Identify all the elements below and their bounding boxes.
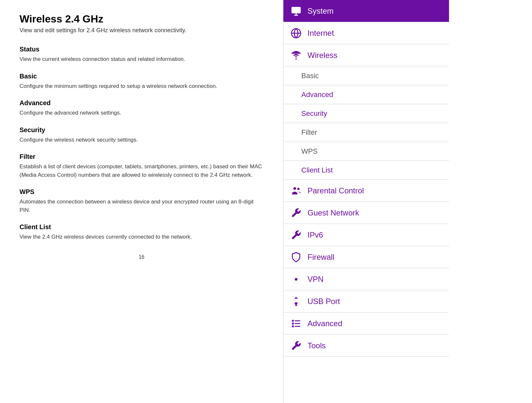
section-filter: Filter Establish a list of client device… [20,153,264,179]
page-subtitle: View and edit settings for 2.4 GHz wirel… [20,27,264,34]
sidebar-item-advanced-w[interactable]: Advanced [283,85,449,104]
section-basic: Basic Configure the minimum settings req… [20,73,264,90]
list-icon [290,317,302,330]
main-content: Wireless 2.4 GHz View and edit settings … [0,0,283,403]
parental-icon [290,185,302,197]
shield-icon [290,251,302,263]
section-title: Client List [20,223,264,231]
section-title: Basic [20,73,264,80]
section-title: WPS [20,188,264,196]
section-desc: Configure the wireless network security … [20,136,264,144]
page-number: 16 [20,254,264,260]
sidebar-item-guestnet[interactable]: Guest Network [283,202,449,224]
sidebar-container: SystemInternetWirelessBasicAdvancedSecur… [283,0,449,357]
sidebar-label-usbport: USB Port [307,297,340,306]
sidebar-label-system: System [307,7,334,16]
svg-rect-0 [292,7,301,13]
sidebar-item-internet[interactable]: Internet [283,22,449,44]
tools-icon [290,340,302,352]
section-client-list: Client List View the 2.4 GHz wireless de… [20,223,264,241]
section-desc: Establish a list of client devices (comp… [20,162,264,179]
sidebar-item-vpn[interactable]: VPN [283,268,449,290]
sidebar-label-security-w: Security [301,109,327,118]
sidebar-item-filter[interactable]: Filter [283,123,449,142]
globe-icon [290,27,302,39]
sidebar-label-ipv6: IPv6 [307,230,323,240]
sidebar-item-ipv6[interactable]: IPv6 [283,224,449,246]
section-title: Security [20,126,264,134]
sidebar-item-basic[interactable]: Basic [283,66,449,85]
sidebar-label-basic: Basic [301,72,319,80]
section-wps: WPS Automates the connection between a w… [20,188,264,214]
section-security: Security Configure the wireless network … [20,126,264,144]
sidebar-item-security-w[interactable]: Security [283,104,449,123]
sidebar-item-clientlist[interactable]: Client List [283,161,449,180]
svg-point-8 [295,278,298,281]
sidebar-label-firewall: Firewall [307,253,334,262]
section-desc: View the current wireless connection sta… [20,55,264,63]
sidebar-label-internet: Internet [307,29,334,38]
svg-rect-12 [292,325,294,327]
section-title: Advanced [20,99,264,107]
sidebar-label-wireless: Wireless [307,51,337,60]
svg-rect-11 [292,323,294,325]
usb-icon [290,295,302,308]
svg-point-7 [297,188,300,190]
sidebar-item-usbport[interactable]: USB Port [283,290,449,313]
section-title: Filter [20,153,264,160]
section-status: Status View the current wireless connect… [20,46,264,63]
page-title: Wireless 2.4 GHz [20,13,264,25]
sidebar-label-advanced-w: Advanced [301,90,333,99]
sidebar-label-filter: Filter [301,128,317,137]
section-desc: View the 2.4 GHz wireless devices curren… [20,233,264,241]
sidebar-item-tools[interactable]: Tools [283,335,449,357]
sidebar-item-system[interactable]: System [283,0,449,22]
sections-container: Status View the current wireless connect… [20,46,264,241]
sidebar-item-firewall[interactable]: Firewall [283,246,449,268]
section-desc: Configure the advanced network settings. [20,109,264,117]
svg-rect-10 [292,320,294,322]
sidebar-label-clientlist: Client List [301,166,333,174]
section-title: Status [20,46,264,53]
sidebar-item-advanced[interactable]: Advanced [283,313,449,335]
sidebar-item-wps[interactable]: WPS [283,142,449,161]
monitor-icon [290,5,302,17]
svg-point-9 [295,304,297,306]
sidebar-label-tools: Tools [307,341,326,350]
sidebar: SystemInternetWirelessBasicAdvancedSecur… [283,0,449,403]
sidebar-label-wps: WPS [301,147,318,156]
sidebar-item-parental[interactable]: Parental Control [283,180,449,202]
sidebar-label-vpn: VPN [307,275,323,284]
svg-point-5 [295,58,297,60]
wrench-icon [290,207,302,219]
section-advanced: Advanced Configure the advanced network … [20,99,264,117]
sidebar-item-wireless[interactable]: Wireless [283,44,449,66]
sidebar-label-guestnet: Guest Network [307,208,359,217]
wireless-icon [290,49,302,62]
section-desc: Automates the connection between a wirel… [20,198,264,214]
sidebar-label-advanced: Advanced [307,319,342,328]
vpn-icon [290,273,302,285]
section-desc: Configure the minimum settings required … [20,82,264,90]
wrench2-icon [290,229,302,241]
sidebar-label-parental: Parental Control [307,186,364,195]
svg-point-6 [293,187,296,190]
